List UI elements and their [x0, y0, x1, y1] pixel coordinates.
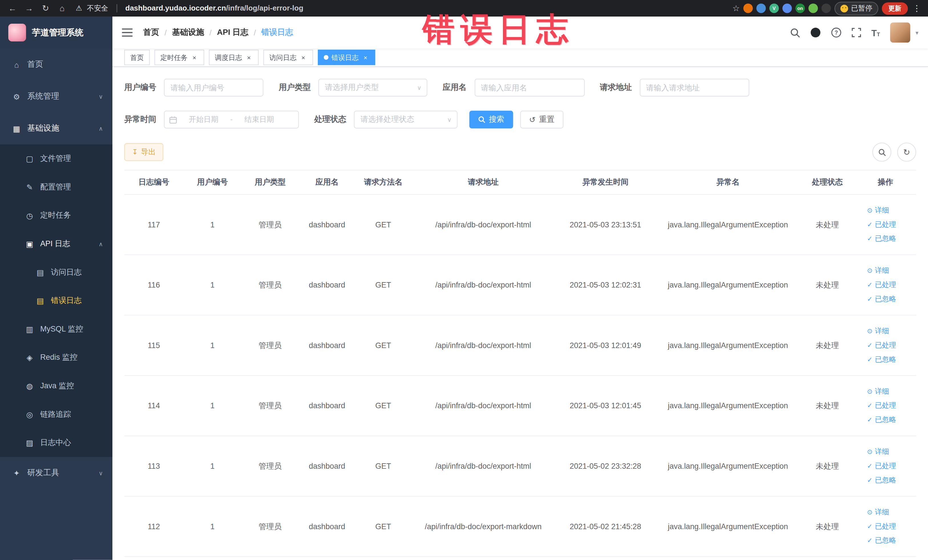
- filter-row-2: 异常时间 - 处理状态 请选择处理状态 ∨ 搜索: [124, 111, 916, 128]
- address-bar[interactable]: dashboard.yudao.iocoder.cn/infra/log/api…: [125, 4, 303, 12]
- col-log-id: 日志编号: [124, 177, 183, 188]
- sidebar-item[interactable]: ▢ 文件管理: [0, 144, 112, 173]
- close-icon[interactable]: ×: [191, 53, 198, 61]
- mark-processed-link[interactable]: ✓已处理: [867, 280, 896, 290]
- vue-devtools-icon[interactable]: V: [769, 3, 779, 13]
- app-name-input[interactable]: [475, 79, 585, 96]
- detail-link[interactable]: ⊙详细: [867, 386, 889, 397]
- mark-ignored-link[interactable]: ✓已忽略: [867, 415, 896, 425]
- user-id-input[interactable]: [164, 79, 264, 96]
- home-icon[interactable]: ⌂: [56, 3, 69, 13]
- col-user-id: 用户编号: [183, 177, 241, 188]
- chevron-icon: [99, 241, 103, 247]
- sidebar-item[interactable]: ✦ 研发工具: [0, 457, 112, 489]
- app-name-label: 应用名: [443, 82, 467, 93]
- sidebar-item[interactable]: ▣ API 日志: [0, 230, 112, 258]
- sidebar-item[interactable]: ⚙ 系统管理: [0, 81, 112, 112]
- help-icon[interactable]: ?: [831, 27, 841, 38]
- back-icon[interactable]: ←: [6, 3, 19, 13]
- status-select[interactable]: 请选择处理状态 ∨: [354, 111, 458, 128]
- tag-tab[interactable]: 定时任务 ×: [154, 50, 204, 65]
- mark-processed-link[interactable]: ✓已处理: [867, 340, 896, 350]
- sidebar-item[interactable]: ◷ 定时任务: [0, 201, 112, 230]
- adblock-icon[interactable]: [743, 3, 753, 13]
- breadcrumb-home[interactable]: 首页: [143, 27, 159, 38]
- github-icon[interactable]: [810, 27, 821, 38]
- log-id-cell: 114: [124, 401, 183, 410]
- mark-ignored-link[interactable]: ✓已忽略: [867, 294, 896, 304]
- mark-ignored-link[interactable]: ✓已忽略: [867, 536, 896, 546]
- sidebar-item[interactable]: ▥ MySQL 监控: [0, 315, 112, 343]
- detail-link[interactable]: ⊙详细: [867, 326, 889, 336]
- logo[interactable]: 芋道管理系统: [0, 17, 112, 49]
- file-manage-icon: ▢: [24, 154, 35, 163]
- search-icon[interactable]: [790, 27, 800, 37]
- mark-processed-link[interactable]: ✓已处理: [867, 522, 896, 531]
- search-button[interactable]: 搜索: [469, 111, 513, 128]
- header-actions: ? TT ▾: [790, 23, 919, 43]
- detail-link[interactable]: ⊙详细: [867, 447, 889, 457]
- table-row: 116 1 管理员 dashboard GET /api/infra/db-do…: [124, 255, 916, 316]
- detail-link[interactable]: ⊙详细: [867, 507, 889, 517]
- breadcrumb-infrastructure[interactable]: 基础设施: [172, 27, 204, 38]
- start-date-input[interactable]: [179, 115, 228, 124]
- date-range-picker[interactable]: -: [164, 111, 299, 128]
- close-icon[interactable]: ×: [299, 53, 307, 61]
- eyedropper-icon[interactable]: [756, 3, 766, 13]
- evernote-icon[interactable]: [809, 3, 818, 13]
- request-url-input[interactable]: [640, 79, 749, 96]
- sidebar-toggle-icon[interactable]: [122, 29, 132, 37]
- reload-icon[interactable]: ↻: [39, 3, 52, 13]
- proxy-on-icon[interactable]: on: [795, 3, 805, 13]
- close-icon[interactable]: ×: [362, 53, 369, 61]
- tag-tab[interactable]: 首页 ×: [124, 50, 150, 65]
- tag-tab[interactable]: 访问日志 ×: [263, 50, 313, 65]
- refresh-button[interactable]: ↻: [897, 143, 916, 162]
- chevron-down-icon[interactable]: ▾: [916, 29, 918, 36]
- sidebar-item[interactable]: ◍ Java 监控: [0, 372, 112, 400]
- status-cell: 未处理: [800, 400, 855, 411]
- tag-tab[interactable]: 调度日志 ×: [209, 50, 258, 65]
- sidebar-item[interactable]: ⌂ 首页: [0, 49, 112, 81]
- detail-link[interactable]: ⊙详细: [867, 266, 889, 276]
- user-avatar[interactable]: [890, 23, 910, 43]
- end-date-input[interactable]: [235, 115, 284, 124]
- sidebar-item[interactable]: ◈ Redis 监控: [0, 343, 112, 372]
- sidebar-item[interactable]: ◎ 链路追踪: [0, 400, 112, 429]
- sidebar-item[interactable]: ▨ 日志中心: [0, 429, 112, 457]
- method-cell: GET: [355, 462, 411, 470]
- redis-monitor-icon: ◈: [24, 353, 35, 362]
- tag-tab-label: 访问日志: [269, 53, 296, 62]
- export-button[interactable]: ↧ 导出: [124, 143, 163, 161]
- bookmark-star-icon[interactable]: ☆: [732, 3, 740, 13]
- paused-badge[interactable]: 已暂停: [835, 2, 878, 15]
- fullscreen-icon[interactable]: [852, 28, 861, 37]
- forward-icon[interactable]: →: [23, 3, 36, 13]
- breadcrumb-api-log[interactable]: API 日志: [217, 27, 249, 38]
- exception-name-cell: java.lang.IllegalArgumentException: [656, 281, 800, 289]
- detail-link[interactable]: ⊙详细: [867, 205, 889, 215]
- mark-processed-link[interactable]: ✓已处理: [867, 220, 896, 230]
- reset-button[interactable]: ↺ 重置: [520, 111, 563, 128]
- mark-ignored-link[interactable]: ✓已忽略: [867, 233, 896, 244]
- breadcrumb-separator: /: [254, 28, 256, 37]
- user-type-select[interactable]: 请选择用户类型 ∨: [318, 79, 427, 96]
- mark-processed-link[interactable]: ✓已处理: [867, 401, 896, 411]
- col-exception-time: 异常发生时间: [555, 177, 656, 188]
- octotree-icon[interactable]: [821, 3, 831, 13]
- log-id-cell: 115: [124, 341, 183, 350]
- toggle-search-button[interactable]: [872, 143, 891, 162]
- mark-ignored-link[interactable]: ✓已忽略: [867, 475, 896, 485]
- font-size-icon[interactable]: TT: [871, 27, 880, 37]
- update-button[interactable]: 更新: [882, 2, 908, 15]
- sidebar-item[interactable]: ▤ 错误日志: [0, 287, 112, 315]
- browser-menu-icon[interactable]: ⋮: [913, 3, 921, 13]
- mark-processed-link[interactable]: ✓已处理: [867, 461, 896, 471]
- sidebar-item[interactable]: ▤ 访问日志: [0, 258, 112, 287]
- close-icon[interactable]: ×: [245, 53, 253, 61]
- extensions-grid-icon[interactable]: [783, 3, 792, 13]
- mark-ignored-link[interactable]: ✓已忽略: [867, 355, 896, 365]
- sidebar-item[interactable]: ▦ 基础设施: [0, 112, 112, 144]
- tag-tab[interactable]: 错误日志 ×: [318, 50, 375, 65]
- sidebar-item[interactable]: ✎ 配置管理: [0, 173, 112, 201]
